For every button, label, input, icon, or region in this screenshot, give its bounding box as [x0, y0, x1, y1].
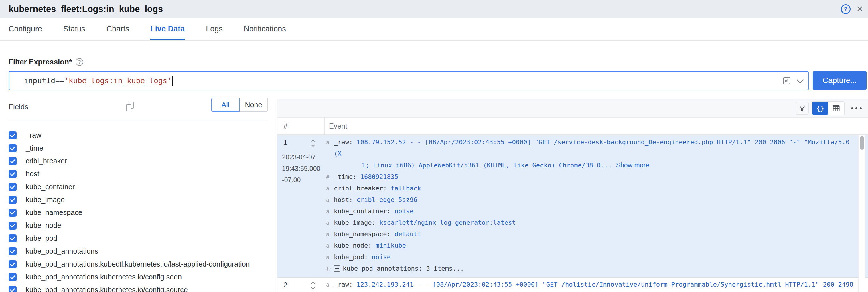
- expand-editor-icon[interactable]: [782, 76, 791, 85]
- tab-live-data[interactable]: Live Data: [150, 18, 185, 40]
- field-checkbox-checked[interactable]: [8, 209, 17, 217]
- tab-logs[interactable]: Logs: [206, 18, 223, 40]
- field-value: kscarlett/nginx-log-generator:latest: [379, 219, 516, 226]
- filter-expression-input[interactable]: __inputId=='kube_logs:in_kube_logs': [8, 71, 809, 91]
- field-type-indicator: a: [326, 228, 334, 240]
- event-field-line: acribl_breaker: fallback: [326, 183, 857, 194]
- json-view-button[interactable]: {}: [812, 102, 828, 115]
- field-item[interactable]: kube_container: [0, 181, 277, 193]
- field-checkbox-checked[interactable]: [8, 222, 17, 230]
- copy-icon[interactable]: [126, 102, 134, 111]
- scrollbar-thumb[interactable]: [860, 136, 864, 150]
- field-checkbox-checked[interactable]: [8, 131, 17, 139]
- event-field-line: akube_node: minikube: [326, 240, 857, 251]
- field-key-value: cribl_breaker: fallback: [334, 183, 421, 194]
- field-item[interactable]: kube_image: [0, 193, 277, 206]
- more-options-icon[interactable]: [851, 107, 862, 109]
- field-checkbox-checked[interactable]: [8, 247, 17, 255]
- page-title: kubernetes_fleet:Logs:in_kube_logs: [8, 0, 163, 18]
- events-toolbar: {}: [277, 99, 868, 118]
- filter-help-icon[interactable]: ?: [75, 58, 83, 66]
- filter-expression-string: 'kube_logs:in_kube_logs': [64, 76, 172, 85]
- field-type-indicator: a: [326, 194, 334, 205]
- expand-plus-icon[interactable]: [334, 265, 340, 272]
- event-row[interactable]: 12023-04-0719:43:55.000-07:00a_raw: 108.…: [277, 135, 868, 278]
- table-view-button[interactable]: [828, 102, 844, 115]
- field-checkbox-checked[interactable]: [8, 273, 17, 281]
- event-index: 1: [283, 137, 326, 148]
- event-index: 2: [283, 280, 326, 290]
- field-checkbox-checked[interactable]: [8, 157, 17, 165]
- field-value: 123.242.193.241 - - [08/Apr/2023:02:43:5…: [334, 281, 857, 292]
- vertical-scrollbar[interactable]: [858, 135, 865, 292]
- field-checkbox-checked[interactable]: [8, 196, 17, 204]
- tabbar: ConfigureStatusChartsLive DataLogsNotifi…: [0, 18, 868, 41]
- event-time: 19:43:55.000: [282, 163, 326, 174]
- capture-modal: kubernetes_fleet:Logs:in_kube_logs ? ✕ C…: [0, 0, 868, 292]
- field-item[interactable]: kube_pod_annotations: [0, 245, 277, 258]
- event-row[interactable]: 22023-04-07a_raw: 123.242.193.241 - - [0…: [277, 278, 868, 292]
- fields-panel-title: Fields: [8, 102, 28, 111]
- field-checkbox-checked[interactable]: [8, 183, 17, 191]
- fields-select-segmented: All None: [211, 98, 268, 112]
- event-row-meta: 22023-04-07: [277, 278, 326, 292]
- filter-events-button[interactable]: [796, 102, 809, 115]
- tab-notifications[interactable]: Notifications: [244, 18, 286, 40]
- filter-expression-label: Filter Expression*: [8, 58, 72, 66]
- field-value: 1; Linux i686) AppleWebKit/5361 (KHTML, …: [334, 160, 612, 171]
- field-checkbox-checked[interactable]: [8, 234, 17, 242]
- select-all-button[interactable]: All: [211, 98, 240, 112]
- titlebar: kubernetes_fleet:Logs:in_kube_logs ? ✕: [0, 0, 868, 18]
- field-type-indicator: a: [326, 205, 334, 217]
- field-item[interactable]: kube_pod_annotations.kubectl.kubernetes.…: [0, 258, 277, 270]
- field-label: _time: [26, 144, 43, 152]
- field-checkbox-checked[interactable]: [8, 144, 17, 152]
- show-more-link[interactable]: Show more: [616, 161, 649, 169]
- field-type-indicator: #: [326, 171, 334, 183]
- funnel-icon: [799, 104, 806, 112]
- field-item[interactable]: kube_pod_annotations.kubernetes.io/confi…: [0, 270, 277, 284]
- close-icon[interactable]: ✕: [856, 5, 863, 13]
- field-key-value: _raw: 108.79.152.52 - - [08/Apr/2023:02:…: [334, 136, 857, 171]
- row-expand-carets-icon[interactable]: [311, 281, 316, 290]
- field-label: kube_pod_annotations.kubectl.kubernetes.…: [26, 260, 250, 268]
- field-type-indicator: a: [326, 183, 334, 194]
- help-icon[interactable]: ?: [841, 4, 850, 14]
- titlebar-actions: ? ✕: [841, 0, 863, 18]
- field-key: kube_node:: [334, 242, 376, 249]
- capture-button[interactable]: Capture...: [813, 71, 867, 90]
- event-fields: a_raw: 108.79.152.52 - - [08/Apr/2023:02…: [326, 135, 868, 277]
- column-header-index: #: [277, 118, 325, 134]
- field-item[interactable]: kube_pod_annotations.kubernetes.io/confi…: [0, 284, 277, 292]
- select-none-button[interactable]: None: [240, 98, 268, 112]
- field-item[interactable]: cribl_breaker: [0, 155, 277, 167]
- field-item[interactable]: _raw: [0, 129, 277, 142]
- chevron-down-icon[interactable]: [797, 76, 804, 83]
- field-type-indicator: {}: [326, 263, 334, 274]
- field-key-value: kube_container: noise: [334, 205, 413, 217]
- field-checkbox-checked[interactable]: [8, 260, 17, 268]
- field-key: host:: [334, 196, 356, 203]
- tab-status[interactable]: Status: [63, 18, 85, 40]
- tab-configure[interactable]: Configure: [8, 18, 42, 40]
- field-item[interactable]: kube_namespace: [0, 206, 277, 219]
- field-key-value: _time: 1680921835: [334, 171, 398, 183]
- field-label: kube_pod_annotations.kubernetes.io/confi…: [26, 286, 188, 292]
- field-item[interactable]: host: [0, 167, 277, 181]
- field-checkbox-checked[interactable]: [8, 170, 17, 178]
- event-timezone: -07:00: [282, 174, 326, 186]
- field-key: _raw:: [334, 281, 356, 288]
- field-checkbox-checked[interactable]: [8, 286, 17, 292]
- fields-list: _raw_timecribl_breakerhostkube_container…: [0, 129, 277, 292]
- field-item[interactable]: kube_pod: [0, 232, 277, 245]
- row-expand-carets-icon[interactable]: [311, 139, 316, 148]
- field-key: cribl_breaker:: [334, 185, 391, 192]
- tab-charts[interactable]: Charts: [106, 18, 129, 40]
- field-key-value: _raw: 123.242.193.241 - - [08/Apr/2023:0…: [334, 279, 857, 292]
- field-label: host: [26, 170, 39, 178]
- field-label: kube_container: [26, 183, 75, 191]
- field-value: noise: [372, 253, 391, 261]
- field-item[interactable]: _time: [0, 142, 277, 155]
- field-item[interactable]: kube_node: [0, 219, 277, 232]
- event-row-meta: 12023-04-0719:43:55.000-07:00: [277, 135, 326, 277]
